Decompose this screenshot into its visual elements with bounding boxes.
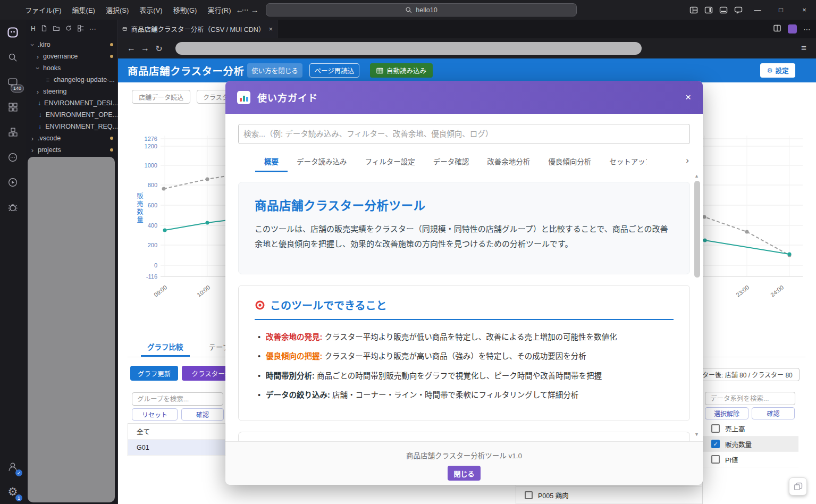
tree-item-hooks[interactable]: › hooks [26,62,118,74]
maximize-button[interactable]: □ [769,0,793,20]
history-back-icon[interactable]: ← [234,4,246,15]
menu-file[interactable]: ファイル(F) [20,3,66,16]
guide-search-input[interactable] [238,124,690,144]
series-item-pi[interactable]: PI値 [703,452,798,467]
modal-title: 使い方ガイド [257,90,318,104]
tabs-scroll-chevron-icon[interactable]: › [686,155,689,166]
group-search-input[interactable] [132,392,223,406]
menu-run[interactable]: 実行(R) [203,3,235,16]
kiro-action-icon[interactable] [788,24,797,33]
floating-layout-widget[interactable] [789,477,807,495]
product-item-p005[interactable]: P005 鶏肉 [516,486,702,504]
deselect-button[interactable]: 選択解除 [705,407,748,419]
tree-item-kiro[interactable]: › .kiro [26,39,118,51]
tab-simple-browser[interactable]: 商品店舗クラスター分析（CSV / MUI CDN） × [118,20,277,38]
guide-tab-filter[interactable]: フィルター設定 [356,150,424,172]
settings-button[interactable]: ⚙ 設定 [760,63,795,78]
guide-tab-improve[interactable]: 改善余地分析 [478,150,539,172]
features-card: このツールでできること •改善余地の発見: クラスター平均より販売が低い商品を特… [238,285,690,421]
checkbox-unchecked-icon[interactable] [711,455,720,464]
split-editor-icon[interactable] [773,24,781,35]
chat-bubble-icon[interactable] [731,3,746,18]
layout-customize-icon[interactable] [686,3,701,18]
guide-tab-check[interactable]: データ確認 [424,150,478,172]
bug-icon[interactable] [0,195,26,220]
tree-item-changelog[interactable]: ≡ changelog-update-... [26,74,118,86]
modal-close-icon[interactable]: × [685,91,691,103]
explorer-more-icon[interactable]: ⋯ [89,25,96,33]
guide-tab-overview[interactable]: 概要 [255,150,288,172]
browser-forward-icon[interactable]: → [138,41,152,55]
command-center-search[interactable]: hello10 [266,3,577,16]
tab-graph-compare[interactable]: グラフ比較 [141,341,190,357]
menu-selection[interactable]: 選択(S) [101,3,133,16]
group-item-all[interactable]: 全て [128,424,225,440]
tree-item-projects[interactable]: › projects [26,144,118,156]
menu-view[interactable]: 表示(V) [134,3,167,16]
guide-close-button[interactable]: 閉じる [448,466,481,481]
window-titlebar: ファイル(F) 編集(E) 選択(S) 表示(V) 移動(G) 実行(R) ⋯ … [0,0,816,20]
tab-close-icon[interactable]: × [268,25,273,33]
chat-panel-icon[interactable]: 140 [0,70,26,95]
new-file-icon[interactable] [40,24,48,33]
series-item-sales[interactable]: 売上高 [703,421,798,436]
tree-item-label: steering [43,88,66,95]
run-debug-icon[interactable] [0,170,26,195]
close-window-button[interactable]: × [793,0,816,20]
editor-actions: ⋯ [773,20,811,38]
editor-more-icon[interactable]: ⋯ [803,25,811,33]
search-sidebar-icon[interactable] [0,45,26,70]
checkbox-checked-icon[interactable]: ✓ [711,440,720,448]
panel-bottom-icon[interactable] [716,3,731,18]
guide-tab-load[interactable]: データ読み込み [288,150,356,172]
tree-item-environment-design[interactable]: ↓ ENVIRONMENT_DESI... [26,97,118,109]
account-icon[interactable]: ✓ [0,454,26,479]
blocks-icon[interactable] [0,120,26,145]
scroll-up-icon[interactable]: ▲ [694,173,699,179]
series-item-quantity[interactable]: ✓ 販売数量 [703,436,798,452]
browser-url-bar[interactable] [175,42,642,55]
simple-browser-toolbar: ← → ↻ ≡ [118,38,816,58]
menu-edit[interactable]: 編集(E) [68,3,100,16]
tree-item-environment-req[interactable]: ↓ ENVIRONMENT_REQ... [26,121,118,132]
update-graph-button[interactable]: グラフ更新 [130,366,178,381]
feature-item: •改善余地の発見: クラスター平均より販売が低い商品を特定し、改善による売上増加… [255,327,674,347]
checkbox-unchecked-icon[interactable] [711,424,720,433]
editor-tab-bar: 商品店舗クラスター分析（CSV / MUI CDN） × ⋯ [118,20,816,38]
collapse-all-icon[interactable] [77,24,85,33]
browser-reload-icon[interactable]: ↻ [152,41,166,55]
settings-gear-icon[interactable]: ⚙ 1 [0,479,26,504]
feedback-icon[interactable] [0,145,26,170]
kiro-logo-icon[interactable] [0,20,26,45]
secondary-sidebar-icon[interactable] [701,3,716,18]
series-search-input[interactable] [705,392,795,405]
modal-scrollbar-thumb[interactable] [694,181,700,278]
menu-go[interactable]: 移動(G) [169,3,202,16]
autoload-button[interactable]: 自動読み込み [370,63,433,78]
group-item-g01[interactable]: G01 [128,440,225,456]
scroll-down-icon[interactable]: ▼ [694,432,699,437]
tree-item-vscode[interactable]: › .vscode [26,132,118,144]
refresh-icon[interactable] [65,24,72,33]
group-confirm-button[interactable]: 確認 [181,408,224,421]
close-guide-button[interactable]: 使い方を閉じる [247,63,302,78]
history-forward-icon[interactable]: → [249,4,260,15]
tree-item-steering[interactable]: › steering [26,86,118,97]
page-reload-button[interactable]: ページ再読込 [309,63,359,78]
group-reset-button[interactable]: リセット [132,408,178,421]
explorer-header: H ⋯ [26,23,118,35]
svg-text:10:00: 10:00 [196,284,211,298]
checkbox-unchecked-icon[interactable] [525,491,533,499]
extensions-icon[interactable] [0,95,26,120]
guide-tab-strength[interactable]: 優良傾向分析 [539,150,600,172]
series-confirm-button[interactable]: 確認 [752,407,795,419]
intro-body: このツールは、店舗の販売実績をクラスター（同規模・同特性の店舗グループ）と比較す… [255,222,674,251]
minimize-button[interactable]: — [746,0,769,20]
load-store-data-chip[interactable]: 店舗データ読込 [132,90,190,104]
browser-menu-icon[interactable]: ≡ [797,41,811,55]
guide-tab-setup[interactable]: セットアップ [600,150,647,172]
new-folder-icon[interactable] [53,24,60,33]
tree-item-governance[interactable]: › governance [26,51,118,62]
tree-item-environment-ope[interactable]: ↓ ENVIRONMENT_OPE... [26,109,118,121]
browser-back-icon[interactable]: ← [124,41,138,55]
